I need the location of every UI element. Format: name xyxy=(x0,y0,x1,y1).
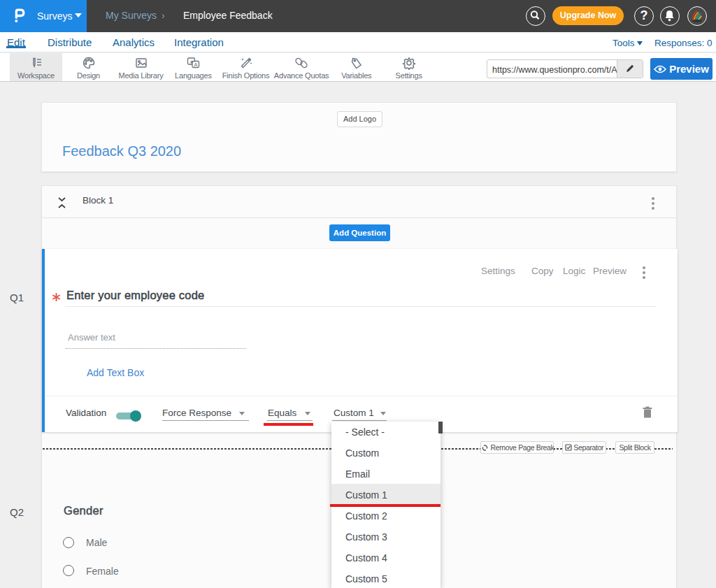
svg-text:★: ★ xyxy=(189,59,194,64)
svg-text:A: A xyxy=(194,62,198,68)
